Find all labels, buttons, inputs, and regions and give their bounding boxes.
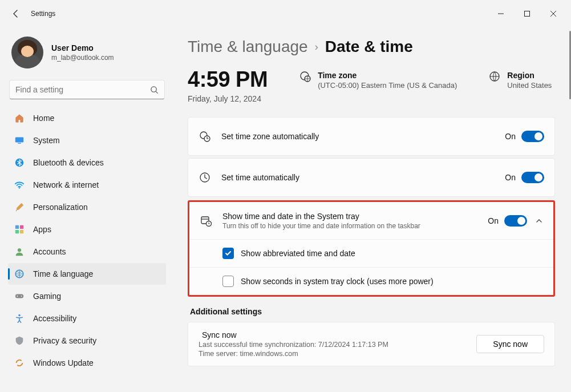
chevron-right-icon: › [315, 41, 318, 53]
svg-point-10 [18, 248, 21, 252]
nav-accounts[interactable]: Accounts [8, 241, 166, 262]
timezone-value: (UTC-05:00) Eastern Time (US & Canada) [318, 81, 457, 90]
toggle-state: On [505, 132, 516, 141]
nav-label: Bluetooth & devices [33, 158, 104, 167]
nav-apps[interactable]: Apps [8, 219, 166, 240]
nav-label: Windows Update [33, 358, 94, 367]
svg-rect-2 [15, 138, 23, 143]
nav-system[interactable]: System [8, 130, 166, 151]
toggle-state: On [488, 216, 499, 225]
user-name: User Demo [51, 43, 114, 52]
globe-icon [299, 71, 311, 82]
home-icon [14, 112, 25, 124]
svg-rect-9 [20, 230, 23, 233]
svg-rect-12 [15, 294, 23, 298]
search-box[interactable] [9, 80, 165, 99]
system-icon [14, 135, 25, 146]
setting-auto-timezone[interactable]: Set time zone automatically On [188, 118, 554, 155]
timezone-label: Time zone [318, 71, 457, 80]
option-label: Show seconds in system tray clock (uses … [241, 277, 434, 286]
accessibility-icon [14, 313, 25, 324]
svg-rect-8 [15, 230, 19, 233]
current-time: 4:59 PM [188, 67, 268, 92]
setting-title: Set time zone automatically [221, 132, 505, 141]
clock-icon [199, 172, 211, 183]
breadcrumb: Time & language › Date & time [188, 38, 555, 56]
bluetooth-icon [14, 157, 25, 168]
user-email: m_lab@outlook.com [51, 54, 114, 62]
gamepad-icon [14, 290, 25, 302]
setting-systray-clock[interactable]: Show time and date in the System tray Tu… [189, 202, 553, 240]
nav-update[interactable]: Windows Update [8, 352, 166, 374]
svg-point-13 [17, 296, 18, 297]
current-date: Friday, July 12, 2024 [188, 94, 268, 103]
setting-title: Show time and date in the System tray [222, 212, 488, 221]
nav-network[interactable]: Network & internet [8, 174, 166, 196]
setting-auto-time[interactable]: Set time automatically On [188, 159, 554, 196]
minimize-button[interactable] [488, 5, 514, 23]
globe-icon [489, 71, 500, 82]
close-button[interactable] [540, 5, 566, 23]
nav-label: Accessibility [33, 314, 76, 323]
option-abbreviated[interactable]: Show abbreviated time and date [189, 240, 553, 267]
region-label: Region [507, 71, 552, 80]
sync-title: Sync now [202, 330, 388, 340]
nav-gaming[interactable]: Gaming [8, 285, 166, 307]
svg-point-5 [19, 187, 20, 188]
region-value: United States [507, 81, 552, 90]
breadcrumb-parent[interactable]: Time & language [188, 38, 308, 56]
checkbox-seconds[interactable] [222, 276, 234, 287]
nav-home[interactable]: Home [8, 107, 166, 129]
svg-rect-6 [15, 225, 19, 229]
back-button[interactable] [5, 2, 27, 25]
nav-personalization[interactable]: Personalization [8, 196, 166, 218]
svg-point-1 [151, 86, 156, 91]
scrollbar[interactable] [569, 31, 571, 389]
nav-label: System [33, 136, 60, 145]
svg-rect-3 [18, 143, 21, 144]
sync-last: Last successful time synchronization: 7/… [199, 341, 388, 349]
shield-icon [14, 335, 25, 346]
apps-icon [14, 224, 25, 235]
nav-bluetooth[interactable]: Bluetooth & devices [8, 152, 166, 173]
svg-point-15 [18, 314, 21, 317]
sync-now-button[interactable]: Sync now [476, 335, 544, 353]
nav-label: Gaming [33, 292, 61, 301]
nav-label: Network & internet [33, 180, 99, 189]
sync-card: Sync now Last successful time synchroniz… [188, 322, 555, 366]
checkbox-abbreviated[interactable] [222, 248, 234, 259]
page-title: Date & time [325, 38, 413, 56]
avatar [11, 37, 43, 68]
person-icon [14, 246, 25, 257]
toggle-auto-time[interactable] [521, 172, 544, 183]
nav-label: Personalization [33, 203, 88, 212]
section-header: Additional settings [190, 307, 555, 316]
svg-rect-0 [525, 11, 530, 17]
toggle-state: On [505, 173, 516, 182]
wifi-icon [14, 179, 25, 191]
svg-rect-7 [20, 225, 23, 229]
user-profile[interactable]: User Demo m_lab@outlook.com [8, 33, 166, 78]
globe-clock-icon [199, 131, 211, 142]
globe-clock-icon [14, 268, 25, 280]
window-title: Settings [31, 10, 55, 18]
toggle-systray-clock[interactable] [504, 215, 527, 227]
setting-title: Set time automatically [221, 173, 505, 182]
search-input[interactable] [15, 85, 150, 94]
update-icon [14, 357, 25, 369]
brush-icon [14, 201, 25, 213]
nav-time-language[interactable]: Time & language [8, 263, 166, 285]
nav-privacy[interactable]: Privacy & security [8, 330, 166, 351]
nav-label: Privacy & security [33, 336, 96, 345]
nav-accessibility[interactable]: Accessibility [8, 308, 166, 329]
maximize-button[interactable] [514, 5, 540, 23]
setting-desc: Turn this off to hide your time and date… [222, 222, 488, 230]
toggle-auto-timezone[interactable] [521, 131, 544, 142]
nav-label: Home [33, 114, 54, 123]
option-seconds[interactable]: Show seconds in system tray clock (uses … [189, 267, 553, 295]
chevron-up-icon[interactable] [535, 217, 543, 225]
nav-label: Time & language [33, 269, 93, 278]
nav-label: Accounts [33, 247, 66, 256]
sync-server: Time server: time.windows.com [199, 350, 388, 358]
nav-label: Apps [33, 225, 51, 234]
